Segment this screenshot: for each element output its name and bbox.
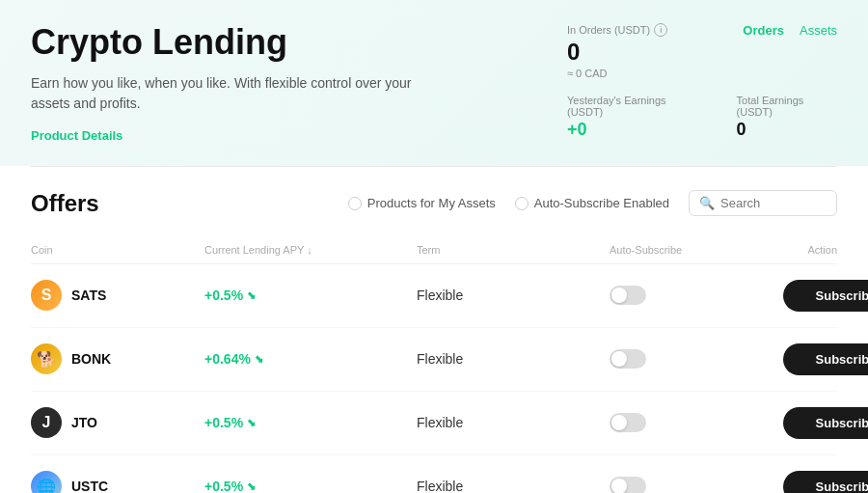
auto-subscribe-toggle-bonk[interactable]	[610, 349, 646, 369]
coin-name-bonk: BONK	[71, 351, 111, 367]
table-header: Coin Current Lending APY ↓ Term Auto-Sub…	[31, 236, 837, 264]
coin-icon-bonk: 🐕	[31, 343, 62, 374]
term-value-jto: Flexible	[417, 415, 610, 430]
subscribe-button-sats[interactable]: Subscribe	[783, 280, 868, 312]
coin-icon-sats: S	[31, 280, 62, 311]
chart-icon-jto: ⬊	[247, 417, 256, 429]
radio-label-2: Auto-Subscribe Enabled	[534, 196, 669, 210]
total-earnings-label: Total Earnings (USDT)	[737, 95, 837, 118]
action-cell-ustc: Subscribe	[783, 471, 868, 493]
yesterdays-earnings-label: Yesterday's Earnings (USDT)	[567, 95, 698, 118]
col-header-auto-subscribe: Auto-Subscribe	[610, 244, 783, 256]
total-earnings-stat: Total Earnings (USDT) 0	[737, 95, 837, 140]
hero-stats-bottom: Yesterday's Earnings (USDT) +0 Total Ear…	[567, 95, 837, 140]
page-title: Crypto Lending	[31, 23, 529, 62]
auto-subscribe-radio[interactable]: Auto-Subscribe Enabled	[515, 196, 669, 210]
table-row: 🐕 BONK +0.64% ⬊ Flexible Subscribe	[31, 328, 837, 392]
total-earnings-value: 0	[737, 120, 837, 140]
offers-controls: Products for My Assets Auto-Subscribe En…	[348, 190, 837, 216]
chart-icon-sats: ⬊	[247, 289, 256, 302]
info-icon[interactable]: i	[654, 23, 667, 37]
hero-section: Crypto Lending Earn how you like, when y…	[0, 0, 868, 166]
toggle-knob	[611, 415, 627, 430]
radio-label-1: Products for My Assets	[367, 196, 496, 210]
coin-icon-ustc: 🌐	[31, 471, 62, 493]
hero-right: In Orders (USDT) i 0 ≈ 0 CAD Orders Asse…	[567, 23, 837, 143]
table-row: 🌐 USTC +0.5% ⬊ Flexible Subscribe	[31, 455, 837, 493]
subscribe-button-bonk[interactable]: Subscribe	[783, 343, 868, 375]
action-cell-sats: Subscribe	[783, 280, 868, 312]
search-input[interactable]	[720, 196, 827, 210]
coin-cell-ustc: 🌐 USTC	[31, 471, 204, 493]
coin-icon-jto: J	[31, 407, 62, 438]
yesterdays-earnings-value: +0	[567, 120, 698, 140]
table-row: S SATS +0.5% ⬊ Flexible Subscribe	[31, 264, 837, 328]
subscribe-button-jto[interactable]: Subscribe	[783, 407, 868, 439]
table-body: S SATS +0.5% ⬊ Flexible Subscribe 🐕 BONK	[31, 264, 837, 493]
table-row: J JTO +0.5% ⬊ Flexible Subscribe	[31, 392, 837, 455]
col-header-coin: Coin	[31, 244, 204, 256]
subscribe-button-ustc[interactable]: Subscribe	[783, 471, 868, 493]
toggle-cell-sats	[610, 286, 783, 305]
apy-value-jto: +0.5% ⬊	[204, 415, 417, 430]
radio-circle-2	[515, 197, 529, 210]
coin-cell-jto: J JTO	[31, 407, 204, 438]
term-value-sats: Flexible	[417, 288, 610, 303]
term-value-ustc: Flexible	[417, 479, 610, 493]
hero-left: Crypto Lending Earn how you like, when y…	[31, 23, 567, 143]
coin-name-jto: JTO	[71, 415, 97, 430]
auto-subscribe-toggle-ustc[interactable]	[610, 477, 646, 493]
action-cell-bonk: Subscribe	[783, 343, 868, 375]
search-icon: 🔍	[699, 196, 715, 210]
nav-links: Orders Assets	[743, 23, 837, 38]
chart-icon-ustc: ⬊	[247, 480, 256, 493]
nav-orders-link[interactable]: Orders	[743, 23, 784, 38]
auto-subscribe-toggle-sats[interactable]	[610, 286, 646, 305]
toggle-knob	[611, 288, 627, 303]
in-orders-stat: In Orders (USDT) i 0 ≈ 0 CAD	[567, 23, 667, 79]
term-value-bonk: Flexible	[417, 351, 610, 367]
search-box[interactable]: 🔍	[689, 190, 837, 216]
apy-value-bonk: +0.64% ⬊	[204, 351, 417, 367]
coin-name-ustc: USTC	[71, 479, 108, 493]
yesterdays-earnings-stat: Yesterday's Earnings (USDT) +0	[567, 95, 698, 140]
col-header-apy: Current Lending APY ↓	[204, 244, 417, 256]
in-orders-label: In Orders (USDT) i	[567, 23, 667, 37]
toggle-knob	[611, 479, 627, 493]
in-orders-sub: ≈ 0 CAD	[567, 68, 667, 79]
coin-name-sats: SATS	[71, 288, 106, 303]
toggle-knob	[611, 351, 627, 367]
toggle-cell-ustc	[610, 477, 783, 493]
nav-assets-link[interactable]: Assets	[800, 23, 837, 38]
col-header-term: Term	[417, 244, 610, 256]
offers-title: Offers	[31, 190, 348, 217]
toggle-cell-bonk	[610, 349, 783, 369]
hero-subtitle: Earn how you like, when you like. With f…	[31, 73, 436, 114]
radio-circle-1	[348, 197, 362, 210]
col-header-action: Action	[783, 244, 837, 256]
auto-subscribe-toggle-jto[interactable]	[610, 413, 646, 432]
page-wrapper: Crypto Lending Earn how you like, when y…	[0, 0, 868, 493]
chart-icon-bonk: ⬊	[255, 353, 263, 366]
hero-stats-top: In Orders (USDT) i 0 ≈ 0 CAD Orders Asse…	[567, 23, 837, 79]
coin-cell-sats: S SATS	[31, 280, 204, 311]
action-cell-jto: Subscribe	[783, 407, 868, 439]
products-for-assets-radio[interactable]: Products for My Assets	[348, 196, 496, 210]
coin-cell-bonk: 🐕 BONK	[31, 343, 204, 374]
product-details-link[interactable]: Product Details	[31, 128, 122, 143]
apy-value-ustc: +0.5% ⬊	[204, 479, 417, 493]
apy-value-sats: +0.5% ⬊	[204, 288, 417, 303]
toggle-cell-jto	[610, 413, 783, 432]
in-orders-value: 0	[567, 39, 667, 66]
offers-section: Offers Products for My Assets Auto-Subsc…	[0, 167, 868, 493]
offers-header: Offers Products for My Assets Auto-Subsc…	[31, 190, 837, 217]
